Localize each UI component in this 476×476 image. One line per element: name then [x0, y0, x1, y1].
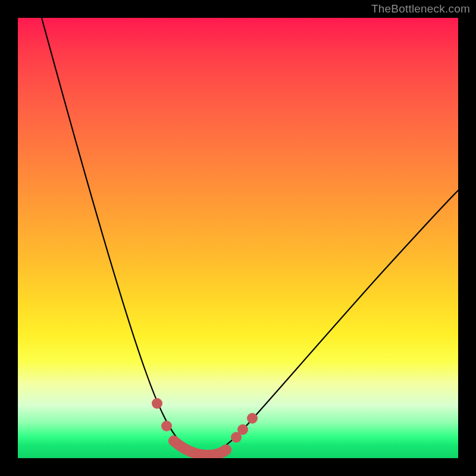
curve-svg — [18, 18, 458, 458]
marker-dot — [247, 413, 258, 424]
marker-dot — [237, 424, 248, 435]
marker-dot — [152, 398, 162, 409]
marker-dot — [168, 436, 179, 446]
bottleneck-curve-right — [202, 190, 458, 455]
marker-dot — [161, 421, 172, 431]
watermark-text: TheBottleneck.com — [371, 2, 470, 15]
outer-frame: TheBottleneck.com — [0, 0, 476, 476]
bottleneck-curve-left — [42, 18, 202, 455]
marker-dot — [221, 444, 231, 455]
valley-highlight — [174, 441, 226, 455]
plot-area — [18, 18, 458, 458]
